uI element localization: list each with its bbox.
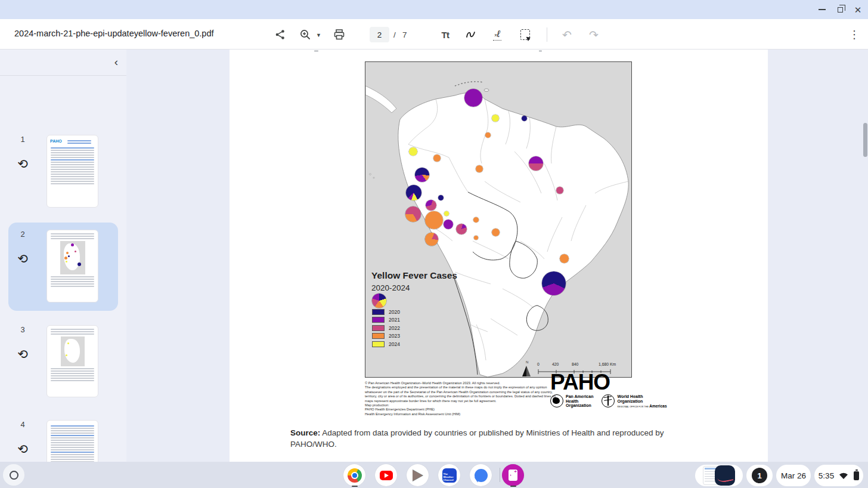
youtube-app-button[interactable] <box>375 464 397 486</box>
case-pie-bubble <box>492 228 500 236</box>
share-button[interactable] <box>272 26 289 43</box>
chrome-app-button[interactable] <box>343 464 365 486</box>
play-store-app-button[interactable] <box>407 464 429 486</box>
case-pie-bubble <box>426 200 436 211</box>
launcher-button[interactable] <box>3 464 24 486</box>
page-3-thumbnail[interactable] <box>46 325 98 397</box>
notification-counter[interactable]: 1 <box>746 465 773 486</box>
vertical-scrollbar-thumb[interactable] <box>863 123 867 157</box>
text-annotation-button[interactable]: Tt <box>437 26 454 43</box>
chrome-icon <box>348 468 362 483</box>
page-4-number: 4 <box>16 420 30 429</box>
date-pill[interactable]: Mar 26 <box>776 465 811 486</box>
rotate-icon: ⟲ <box>17 252 28 266</box>
time-label: 5:35 <box>819 471 834 480</box>
signature-button[interactable]: xℓ <box>489 26 506 43</box>
who-logo: World Health Organization REGIONAL OFFIC… <box>602 394 666 408</box>
legend-row-2020: 2020 <box>372 308 400 316</box>
paho-logo: PAHO Pan American Health Organization Wo… <box>550 372 729 408</box>
thumbnail-sidebar: ‹ 1 ⟲ PAHO 2 ⟲ <box>0 50 126 462</box>
gallery-app-button[interactable] <box>502 464 524 486</box>
undo-icon: ↶ <box>562 28 572 42</box>
case-pie-bubble <box>542 271 566 295</box>
zoom-dropdown-caret[interactable]: ▼ <box>316 32 321 38</box>
select-region-button[interactable] <box>517 26 534 43</box>
thumb-paho-logo: PAHO <box>50 139 62 143</box>
page-2-thumbnail[interactable] <box>46 230 98 302</box>
rotate-icon: ⟲ <box>17 347 28 362</box>
sidebar-collapse-button[interactable]: ‹ <box>114 55 118 69</box>
paho-wordmark: PAHO <box>550 372 729 393</box>
rotate-icon: ⟲ <box>17 442 28 456</box>
chrome-active-indicator <box>352 486 358 487</box>
south-america-basemap <box>365 62 632 378</box>
case-pie-bubble <box>444 211 449 216</box>
undo-button[interactable]: ↶ <box>559 26 575 43</box>
more-options-icon: ⋮ <box>849 28 860 41</box>
status-area[interactable]: 5:35 <box>814 465 863 486</box>
gallery-active-indicator <box>510 486 516 487</box>
case-pie-bubble <box>409 147 417 156</box>
case-pie-bubble <box>529 156 543 171</box>
close-icon: ✕ <box>854 5 862 14</box>
case-pie-bubble <box>522 116 527 121</box>
pdf-viewer-area: Yellow Fever Cases 2020-2024 2020 2021 2… <box>126 50 868 462</box>
case-pie-bubble <box>405 206 421 222</box>
who-americas-label: REGIONAL OFFICE FOR THE Americas <box>617 404 666 408</box>
more-options-button[interactable]: ⋮ <box>846 26 863 43</box>
page-total: 7 <box>402 30 407 39</box>
screen: ✕ 2024-march-21-phe-epi-updateyellow-fev… <box>0 0 868 488</box>
launcher-icon <box>10 471 18 480</box>
gallery-icon <box>509 470 517 481</box>
page-separator: / <box>393 30 396 39</box>
minimize-button[interactable] <box>816 4 829 16</box>
weather-app-button[interactable]: The Weather Channel <box>438 464 460 486</box>
holding-space-tray[interactable] <box>695 465 743 486</box>
case-pie-bubble <box>433 155 441 162</box>
print-button[interactable] <box>331 26 348 43</box>
messages-icon <box>475 469 488 482</box>
notification-count-badge: 1 <box>752 468 767 483</box>
page-3-rotate-button[interactable]: ⟲ <box>14 346 31 363</box>
case-pie-bubble <box>425 211 443 229</box>
draw-button[interactable] <box>463 26 479 43</box>
case-pie-bubble <box>438 195 444 200</box>
wifi-icon <box>839 472 848 480</box>
system-shelf: The Weather Channel 1 Mar 26 5:35 <box>0 462 868 488</box>
legend-sample-pie <box>372 294 386 308</box>
map-title: Yellow Fever Cases <box>371 270 457 281</box>
paho-org-logo: Pan American Health Organization <box>550 394 593 408</box>
share-icon <box>275 29 286 40</box>
map-legend: 2020 2021 2022 2023 2024 <box>372 308 400 348</box>
page-3-number: 3 <box>16 325 30 334</box>
restore-icon <box>838 7 843 13</box>
battery-icon <box>854 471 859 480</box>
case-pie-bubble <box>473 217 479 223</box>
close-button[interactable]: ✕ <box>851 4 864 16</box>
page-1-number: 1 <box>16 135 30 144</box>
redo-button[interactable]: ↷ <box>585 26 602 43</box>
date-label: Mar 26 <box>781 471 806 480</box>
case-pie-bubble <box>492 115 499 122</box>
source-paragraph: Source: Adapted from data provided by co… <box>290 427 708 450</box>
case-pie-bubble <box>560 254 569 263</box>
page-number-input[interactable]: 2 <box>370 27 389 42</box>
case-pie-bubble <box>425 233 438 246</box>
messages-app-button[interactable] <box>470 464 492 486</box>
page-4-rotate-button[interactable]: ⟲ <box>14 441 31 458</box>
zoom-button[interactable] <box>297 26 314 43</box>
map-attribution: © Pan American Health Organization–World… <box>365 381 562 416</box>
clipped-text-fragment <box>539 50 542 52</box>
page-1-rotate-button[interactable]: ⟲ <box>14 156 31 172</box>
map-subtitle: 2020-2024 <box>371 283 410 292</box>
weather-channel-icon: The Weather Channel <box>442 468 457 483</box>
paho-globe-icon <box>550 394 563 407</box>
north-indicator: N <box>522 360 533 377</box>
page-2-rotate-button[interactable]: ⟲ <box>14 251 31 267</box>
restore-button[interactable] <box>833 4 847 16</box>
page-1-thumbnail[interactable]: PAHO <box>46 135 98 208</box>
print-icon <box>333 29 345 41</box>
text-annotation-icon: Tt <box>441 30 449 40</box>
thumb-map <box>60 241 85 274</box>
case-pie-bubble <box>415 168 429 182</box>
